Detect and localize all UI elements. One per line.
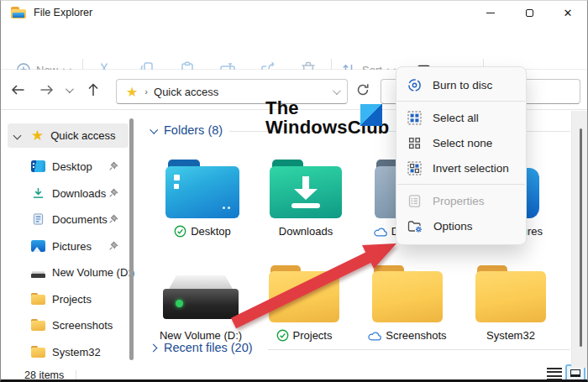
chevron-down-icon[interactable] [333, 86, 341, 95]
breadcrumb: Quick access [154, 86, 218, 98]
tile-projects[interactable]: Projects [255, 249, 353, 342]
sidebar-item-new-volume[interactable]: New Volume (D:) [1, 259, 129, 285]
downloads-icon [31, 187, 45, 199]
up-button[interactable] [81, 78, 105, 102]
sidebar-item-system32[interactable]: System32 [1, 339, 129, 364]
maximize-icon [526, 9, 533, 17]
select-all-icon [407, 111, 422, 125]
menu-separator [397, 184, 525, 185]
sidebar-scrollbar[interactable] [129, 118, 134, 360]
hard-drive-icon [163, 275, 239, 322]
folder-icon [475, 265, 546, 322]
windowsclub-logo-icon [360, 104, 382, 126]
chevron-down-icon [150, 125, 158, 133]
cloud-icon [368, 331, 381, 341]
folder-icon [31, 346, 45, 358]
recent-locations-button[interactable] [59, 78, 77, 102]
sync-check-icon [276, 329, 289, 342]
properties-icon [407, 194, 422, 208]
minimize-button[interactable] [471, 1, 510, 24]
details-view-toggle[interactable] [547, 368, 562, 380]
menu-item-select-none[interactable]: Select none [396, 130, 526, 155]
arrow-right-icon [39, 84, 54, 96]
sidebar-item-quick-access[interactable]: ★ Quick access [8, 123, 129, 148]
item-count: 28 items [24, 369, 64, 381]
minimize-icon [486, 13, 495, 13]
pin-icon [108, 214, 118, 224]
invert-selection-icon [407, 161, 422, 175]
menu-item-options[interactable]: Options [396, 213, 526, 238]
sidebar-item-desktop[interactable]: Desktop [1, 154, 129, 179]
navigation-pane: ★ Quick access Desktop Downloads Documen… [1, 110, 139, 368]
status-divider [76, 370, 76, 380]
quick-access-star-icon: ★ [31, 127, 44, 144]
folder-icon [269, 265, 339, 322]
pin-icon [108, 161, 118, 171]
status-bar: 28 items [1, 368, 587, 382]
menu-item-properties[interactable]: Properties [396, 188, 526, 213]
sidebar-item-label: Quick access [50, 129, 115, 142]
menu-item-select-all[interactable]: Select all [396, 105, 526, 130]
main-scrollbar[interactable] [571, 111, 588, 368]
folder-icon [372, 265, 443, 322]
back-button[interactable] [6, 78, 29, 102]
thumbnail-view-icon [570, 369, 580, 377]
sidebar-item-projects[interactable]: Projects [1, 286, 129, 311]
burn-disc-icon [407, 78, 422, 92]
downloads-folder-icon [270, 160, 342, 218]
pictures-icon [31, 240, 45, 252]
title-bar: File Explorer ✕ [1, 1, 587, 24]
windowsclub-logo: The WindowsClub [265, 98, 389, 137]
main-scrollbar-thumb[interactable] [580, 128, 582, 347]
command-bar: New Sort View [1, 24, 587, 70]
tile-new-volume[interactable]: New Volume (D:) [152, 249, 249, 342]
desktop-folder-icon [165, 160, 239, 218]
close-icon: ✕ [564, 8, 573, 18]
chevron-right-icon [150, 343, 158, 352]
sidebar-item-pictures[interactable]: Pictures [1, 233, 129, 259]
breadcrumb-chevron-icon: › [144, 86, 148, 97]
tile-desktop[interactable]: Desktop [154, 145, 251, 238]
chevron-down-icon [65, 85, 73, 93]
sidebar-item-screenshots[interactable]: Screenshots [1, 312, 129, 338]
sync-check-icon [174, 225, 186, 238]
document-icon [31, 213, 45, 225]
options-folder-gear-icon [407, 219, 423, 233]
chevron-down-icon[interactable] [13, 132, 22, 140]
maximize-button[interactable] [510, 1, 549, 24]
pin-icon [108, 188, 118, 198]
menu-item-burn-to-disc[interactable]: Burn to disc [396, 72, 526, 97]
folder-icon [31, 319, 45, 331]
desktop-icon [31, 160, 45, 172]
menu-item-invert-selection[interactable]: Invert selection [396, 155, 526, 181]
pin-icon [108, 241, 118, 251]
tile-downloads[interactable]: Downloads [257, 145, 354, 238]
folders-section-header[interactable]: Folders (8) [150, 123, 223, 137]
folder-app-icon [11, 7, 26, 18]
see-more-menu: Burn to disc Select all Select none Inve… [396, 66, 527, 245]
sidebar-item-documents[interactable]: Documents [1, 207, 129, 232]
folder-icon [31, 293, 45, 305]
sidebar-item-downloads[interactable]: Downloads [1, 181, 129, 206]
file-explorer-window: File Explorer ✕ New [0, 0, 588, 382]
tile-system32[interactable]: System32 [462, 249, 559, 342]
close-button[interactable]: ✕ [549, 1, 587, 24]
section-divider [268, 349, 570, 350]
select-none-icon [407, 136, 422, 150]
arrow-up-icon [87, 83, 99, 97]
menu-separator [397, 101, 525, 102]
arrow-left-icon [11, 84, 25, 96]
window-title: File Explorer [34, 7, 92, 18]
forward-button[interactable] [34, 78, 58, 102]
cloud-icon [374, 227, 387, 237]
refresh-icon [356, 83, 370, 97]
drive-icon [31, 271, 45, 278]
recent-files-section-header[interactable]: Recent files (20) [150, 341, 253, 354]
pinned-star-icon: ★ [126, 84, 138, 100]
tile-screenshots[interactable]: Screenshots [359, 249, 456, 342]
